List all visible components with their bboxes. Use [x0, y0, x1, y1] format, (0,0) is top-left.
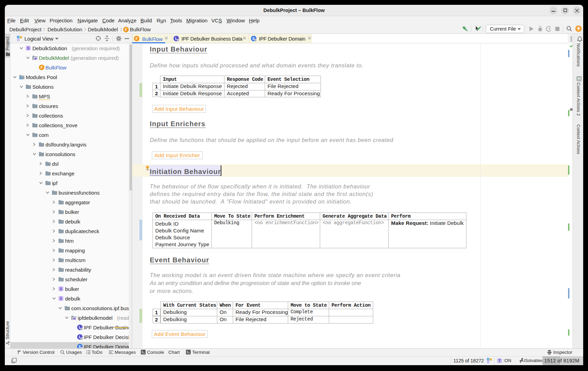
svg-text:F: F	[125, 28, 127, 32]
svg-text:F: F	[136, 36, 138, 41]
svg-text:S: S	[487, 361, 489, 363]
svg-text:S: S	[18, 39, 19, 41]
svg-text:D: D	[18, 36, 19, 38]
svg-text:S: S	[27, 46, 29, 50]
svg-text:F: F	[41, 65, 43, 69]
svg-text:M: M	[73, 317, 75, 320]
svg-text:S: S	[60, 296, 62, 301]
svg-text:S: S	[60, 287, 62, 291]
svg-text:D: D	[487, 358, 489, 360]
svg-text:T: T	[498, 359, 501, 363]
svg-text:M: M	[34, 57, 36, 60]
